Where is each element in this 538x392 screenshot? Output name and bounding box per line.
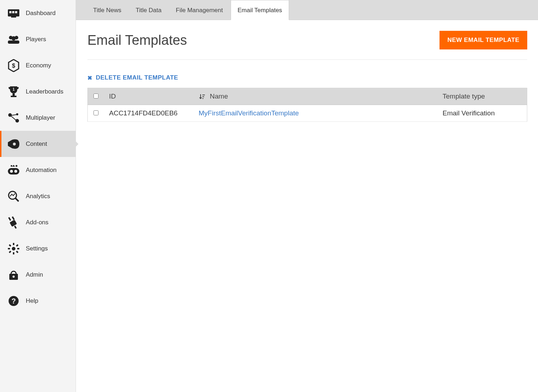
players-icon xyxy=(6,35,21,44)
svg-line-17 xyxy=(11,115,16,115)
sort-icon xyxy=(199,94,205,100)
tab-label: File Management xyxy=(176,7,223,14)
table-row: ACC1714FD4ED0EB6 MyFirstEmailVerificatio… xyxy=(88,105,527,122)
multiplayer-icon xyxy=(6,113,21,123)
header-type[interactable]: Template type xyxy=(438,88,527,105)
addons-icon xyxy=(6,216,21,229)
svg-rect-1 xyxy=(9,11,11,13)
svg-rect-11 xyxy=(13,94,15,96)
tab-title-data[interactable]: Title Data xyxy=(129,0,168,20)
delete-email-template-button[interactable]: ✖ DELETE EMAIL TEMPLATE xyxy=(87,74,178,81)
sidebar-item-help[interactable]: ? Help xyxy=(0,288,76,314)
svg-rect-30 xyxy=(12,216,15,220)
tab-file-management[interactable]: File Management xyxy=(169,0,229,20)
svg-rect-4 xyxy=(11,16,16,18)
sidebar-item-label: Add-ons xyxy=(26,219,48,226)
header-id[interactable]: ID xyxy=(104,88,194,105)
row-checkbox[interactable] xyxy=(93,110,99,115)
analytics-icon xyxy=(6,190,21,202)
svg-line-18 xyxy=(11,116,16,120)
sidebar-item-label: Help xyxy=(26,297,38,305)
sidebar-item-addons[interactable]: Add-ons xyxy=(0,209,76,235)
sidebar-item-label: Analytics xyxy=(26,193,50,200)
content: Email Templates NEW EMAIL TEMPLATE ✖ DEL… xyxy=(76,20,538,122)
svg-point-19 xyxy=(13,143,16,145)
sidebar-item-label: Admin xyxy=(26,271,43,278)
sidebar-item-multiplayer[interactable]: Multiplayer xyxy=(0,105,76,131)
leaderboards-icon: 1 xyxy=(6,86,21,98)
new-email-template-button[interactable]: NEW EMAIL TEMPLATE xyxy=(439,31,527,49)
titlebar: Email Templates NEW EMAIL TEMPLATE xyxy=(87,31,527,60)
row-id: ACC1714FD4ED0EB6 xyxy=(104,105,194,122)
sidebar-item-content[interactable]: Content xyxy=(0,131,76,157)
close-icon: ✖ xyxy=(87,75,92,81)
sidebar-item-settings[interactable]: Settings xyxy=(0,235,76,262)
template-name-link[interactable]: MyFirstEmailVerificationTemplate xyxy=(199,109,299,117)
header-checkbox-cell xyxy=(88,88,104,105)
sidebar-item-leaderboards[interactable]: 1 Leaderboards xyxy=(0,78,76,105)
svg-rect-23 xyxy=(8,168,19,175)
svg-text:$: $ xyxy=(12,63,15,69)
settings-icon xyxy=(6,243,21,255)
actions: ✖ DELETE EMAIL TEMPLATE xyxy=(87,74,527,81)
content-icon xyxy=(6,139,21,149)
sidebar: Dashboard Players $ Economy 1 Leaderboar… xyxy=(0,0,76,392)
tab-email-templates[interactable]: Email Templates xyxy=(231,0,289,20)
sidebar-item-label: Multiplayer xyxy=(26,114,55,121)
svg-point-7 xyxy=(11,36,16,40)
delete-label: DELETE EMAIL TEMPLATE xyxy=(96,74,178,81)
svg-line-27 xyxy=(15,198,19,201)
svg-rect-34 xyxy=(13,252,14,254)
dashboard-icon xyxy=(6,8,21,18)
tab-title-news[interactable]: Title News xyxy=(87,0,128,20)
svg-rect-35 xyxy=(8,248,10,249)
svg-point-16 xyxy=(15,119,19,123)
svg-rect-2 xyxy=(12,11,14,13)
economy-icon: $ xyxy=(6,59,21,72)
button-label: NEW EMAIL TEMPLATE xyxy=(447,37,519,43)
sidebar-item-economy[interactable]: $ Economy xyxy=(0,52,76,78)
svg-rect-38 xyxy=(16,250,18,253)
sidebar-item-label: Settings xyxy=(26,245,48,252)
tab-label: Title Data xyxy=(136,7,162,14)
sidebar-item-dashboard[interactable]: Dashboard xyxy=(0,0,76,26)
svg-rect-36 xyxy=(17,248,19,249)
svg-point-42 xyxy=(13,276,15,278)
svg-rect-33 xyxy=(13,243,14,245)
row-name-cell: MyFirstEmailVerificationTemplate xyxy=(194,105,438,122)
main: Title News Title Data File Management Em… xyxy=(76,0,538,392)
svg-rect-20 xyxy=(11,165,12,167)
sidebar-item-players[interactable]: Players xyxy=(0,26,76,52)
svg-rect-37 xyxy=(9,244,11,247)
svg-rect-28 xyxy=(10,219,17,226)
help-icon: ? xyxy=(6,295,21,307)
row-type: Email Verification xyxy=(438,105,527,122)
svg-point-22 xyxy=(16,165,18,167)
tabbar: Title News Title Data File Management Em… xyxy=(76,0,538,20)
sidebar-item-analytics[interactable]: Analytics xyxy=(0,183,76,209)
header-name-label: Name xyxy=(210,92,228,100)
admin-icon xyxy=(6,269,21,281)
sidebar-item-automation[interactable]: Automation xyxy=(0,157,76,183)
svg-point-15 xyxy=(16,113,18,115)
page-title: Email Templates xyxy=(87,33,187,48)
sidebar-item-label: Content xyxy=(26,140,47,148)
svg-text:?: ? xyxy=(11,297,16,305)
svg-point-24 xyxy=(10,170,13,173)
sidebar-item-admin[interactable]: Admin xyxy=(0,262,76,288)
svg-rect-40 xyxy=(9,250,11,253)
sidebar-item-label: Economy xyxy=(26,62,51,69)
tab-label: Email Templates xyxy=(237,7,282,14)
svg-rect-12 xyxy=(11,96,16,97)
header-name[interactable]: Name xyxy=(194,88,438,105)
select-all-checkbox[interactable] xyxy=(93,94,99,99)
svg-rect-39 xyxy=(16,244,18,247)
svg-rect-3 xyxy=(15,11,17,13)
svg-rect-31 xyxy=(14,225,16,228)
tab-label: Title News xyxy=(93,7,121,14)
svg-point-32 xyxy=(12,247,15,250)
svg-rect-29 xyxy=(8,217,11,221)
automation-icon xyxy=(6,164,21,176)
row-checkbox-cell xyxy=(88,105,104,122)
sidebar-item-label: Dashboard xyxy=(26,10,56,17)
